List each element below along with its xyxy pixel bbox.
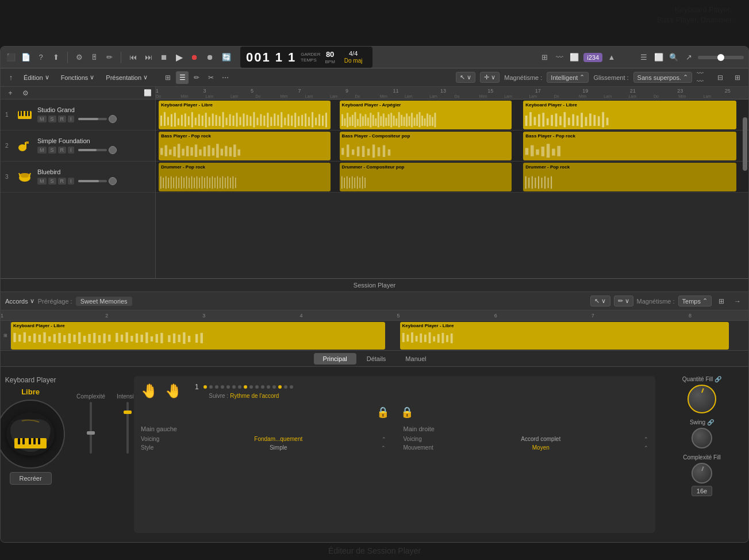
- grid-icon[interactable]: ⊞: [539, 52, 550, 63]
- track-3-volume[interactable]: [78, 180, 107, 182]
- track-2-input-btn[interactable]: I: [68, 147, 74, 154]
- bass-region-3[interactable]: Bass Player - Pop rock: [523, 132, 736, 160]
- track-3-record-btn[interactable]: R: [58, 178, 67, 185]
- wave-icon[interactable]: 〰: [554, 52, 565, 63]
- instrument-viz[interactable]: [1, 400, 65, 469]
- chord-region-1[interactable]: Keyboard Player - Libre: [11, 322, 385, 350]
- voicing-right-value[interactable]: Accord complet: [521, 436, 560, 442]
- share-icon[interactable]: ⬆: [50, 52, 62, 63]
- pencil-2-select[interactable]: ✏ ∨: [614, 296, 633, 306]
- tab-details[interactable]: Détails: [358, 353, 395, 365]
- midi-badge[interactable]: i234: [583, 53, 602, 62]
- chord-region-2[interactable]: Keyboard Player - Libre: [400, 322, 729, 350]
- cpu-icon[interactable]: ▲: [606, 52, 617, 63]
- export-icon[interactable]: ↗: [683, 52, 694, 63]
- track-3-mute-btn[interactable]: M: [37, 178, 47, 185]
- list-tool[interactable]: ☰: [176, 71, 189, 84]
- complexity-slider[interactable]: [90, 402, 92, 454]
- pencil-icon[interactable]: ✏: [103, 52, 115, 63]
- chord-expand-icon[interactable]: ⊞: [715, 295, 728, 308]
- fast-forward-button[interactable]: ⏭: [143, 52, 155, 63]
- keyboard-region-2[interactable]: Keyboard Player - Arpégier: [340, 101, 512, 129]
- track-1-record-btn[interactable]: R: [58, 116, 67, 122]
- drummer-region-3[interactable]: Drummer - Pop rock: [523, 163, 736, 191]
- track-3-pan[interactable]: [109, 177, 117, 185]
- track-1-pan[interactable]: [109, 115, 117, 123]
- magnetisme-select[interactable]: Intelligent ⌃: [547, 72, 589, 83]
- tab-manuel[interactable]: Manuel: [396, 353, 435, 365]
- svg-rect-235: [178, 335, 180, 342]
- zoom-icon[interactable]: ⊟: [714, 71, 727, 84]
- accords-label[interactable]: Accords ∨: [5, 297, 34, 305]
- rewind-button[interactable]: ⏮: [127, 52, 139, 63]
- track-settings-btn[interactable]: ⚙: [19, 87, 32, 99]
- complexite-fill-knob[interactable]: [692, 463, 712, 484]
- chord-ruler-mark-2: 2: [105, 313, 108, 319]
- mixer-icon[interactable]: 🎚: [89, 52, 100, 63]
- pointer-2-select[interactable]: ↖ ∨: [590, 296, 610, 306]
- mouvement-right-value[interactable]: Moyen: [532, 444, 550, 451]
- tab-principal[interactable]: Principal: [314, 353, 356, 365]
- track-2-solo-btn[interactable]: S: [48, 147, 56, 154]
- play-button[interactable]: ▶: [174, 51, 185, 64]
- pencil-tool[interactable]: ✏: [190, 71, 203, 84]
- track-2-mute-btn[interactable]: M: [37, 147, 47, 154]
- track-2-volume[interactable]: [78, 149, 107, 151]
- settings-icon[interactable]: ⚙: [74, 52, 85, 63]
- scissors-tool[interactable]: ✂: [205, 71, 217, 84]
- save-icon[interactable]: 📄: [20, 52, 32, 63]
- badge-16e[interactable]: 16e: [692, 486, 712, 496]
- stop-button[interactable]: ⏹: [158, 52, 170, 63]
- voicing-left-value[interactable]: Fondam...quement: [254, 436, 302, 442]
- master-level-slider[interactable]: [698, 56, 744, 59]
- track-1-solo-btn[interactable]: S: [48, 116, 56, 122]
- intensity-slider[interactable]: [126, 402, 129, 454]
- quantite-fill-knob[interactable]: [687, 385, 716, 413]
- monitor-button[interactable]: ⏺: [204, 52, 216, 63]
- time-signature[interactable]: 4/4 Do maj: [340, 48, 367, 66]
- chord-right-icon[interactable]: →: [731, 295, 744, 308]
- svg-rect-158: [171, 177, 171, 189]
- loop-button[interactable]: 🔄: [220, 52, 233, 63]
- track-expand-btn[interactable]: ⬜: [144, 89, 152, 97]
- presentation-menu[interactable]: Présentation ∨: [101, 72, 152, 83]
- fonctions-menu[interactable]: Fonctions ∨: [56, 72, 99, 83]
- track-1-input-btn[interactable]: I: [68, 116, 74, 122]
- preset-display[interactable]: Sweet Memories: [76, 297, 132, 306]
- cross-select[interactable]: ✛ ∨: [480, 72, 500, 83]
- add-track-btn[interactable]: +: [4, 87, 17, 99]
- svg-rect-35: [240, 117, 241, 125]
- drummer-region-2[interactable]: Drummer - Compositeur pop: [340, 163, 512, 191]
- grid-tool[interactable]: ⊞: [162, 71, 174, 84]
- glissement-select[interactable]: Sans superpos. ⌃: [633, 72, 692, 83]
- pointer-select[interactable]: ↖ ∨: [456, 72, 475, 83]
- up-arrow-icon[interactable]: ↑: [5, 72, 17, 83]
- bass-region-2[interactable]: Bass Player - Compositeur pop: [340, 132, 512, 160]
- bass-region-1[interactable]: Bass Player - Pop rock: [159, 132, 331, 160]
- track-1-volume[interactable]: [78, 118, 107, 120]
- record-button[interactable]: ⏺: [189, 52, 201, 63]
- timeline-scrollbar[interactable]: [743, 117, 747, 171]
- magnetisme-2-select[interactable]: Temps ⌃: [678, 296, 712, 306]
- arrange-icon[interactable]: ⬜: [653, 52, 665, 63]
- waveform-view-icon[interactable]: 〰〰: [697, 71, 709, 84]
- swing-knob[interactable]: [692, 428, 712, 448]
- list-view-icon[interactable]: ☰: [638, 52, 650, 63]
- track-2-pan[interactable]: [109, 146, 117, 154]
- keyboard-region-1[interactable]: Keyboard Player - Libre: [159, 101, 331, 129]
- midi-tool[interactable]: ⋯: [219, 71, 232, 84]
- new-icon[interactable]: ⬛: [5, 52, 17, 63]
- drummer-region-1[interactable]: Drummer - Pop rock: [159, 163, 331, 191]
- keyboard-region-3[interactable]: Keyboard Player - Libre: [523, 101, 736, 129]
- track-3-input-btn[interactable]: I: [68, 178, 74, 185]
- edition-menu[interactable]: Édition ∨: [19, 72, 54, 83]
- style-left-value[interactable]: Simple: [270, 444, 287, 451]
- track-1-mute-btn[interactable]: M: [37, 116, 47, 122]
- help-icon[interactable]: ?: [35, 52, 47, 63]
- box-icon[interactable]: ⬜: [569, 52, 580, 63]
- recreate-button[interactable]: Recréer: [10, 472, 52, 485]
- track-2-record-btn[interactable]: R: [58, 147, 67, 154]
- track-3-solo-btn[interactable]: S: [48, 178, 56, 185]
- search-icon[interactable]: 🔍: [668, 52, 679, 63]
- fullscreen-icon[interactable]: ⊞: [731, 71, 744, 84]
